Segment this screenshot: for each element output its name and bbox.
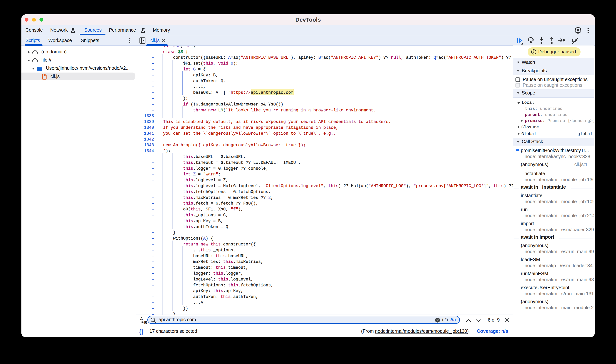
svg-text:{ }: { } (139, 329, 144, 335)
svg-text:A: A (140, 316, 143, 321)
svg-text:B: B (144, 320, 147, 325)
